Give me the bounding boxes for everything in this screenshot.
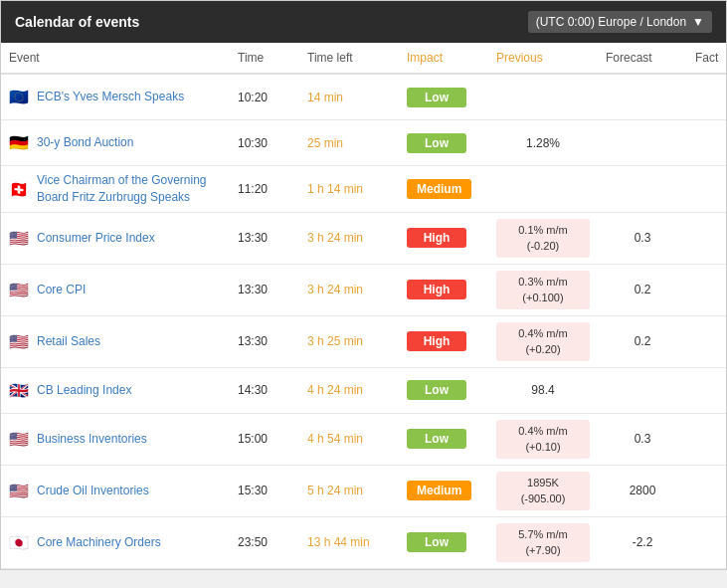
previous-value: 0.3% m/m(+0.100) <box>496 271 590 309</box>
event-label: 30-y Bond Auction <box>37 134 133 151</box>
calendar-title: Calendar of events <box>15 14 139 30</box>
event-impact: High <box>399 331 488 351</box>
impact-badge: Low <box>407 429 466 449</box>
event-forecast: 0.2 <box>598 283 687 296</box>
impact-badge: High <box>407 331 466 351</box>
previous-value: 5.7% m/m(+7.90) <box>496 523 590 562</box>
impact-badge: Medium <box>407 481 471 500</box>
event-name[interactable]: 🇩🇪 30-y Bond Auction <box>1 134 230 151</box>
event-forecast: 0.3 <box>598 231 687 245</box>
calendar-header: Calendar of events (UTC 0:00) Europe / L… <box>1 1 726 43</box>
event-label: Crude Oil Inventories <box>37 483 149 499</box>
event-previous: 0.3% m/m(+0.100) <box>488 271 598 309</box>
event-name[interactable]: 🇨🇭 Vice Chairman of the Governing Board … <box>1 172 230 206</box>
col-previous-header: Previous <box>488 51 598 65</box>
event-time: 13:30 <box>230 231 299 245</box>
event-forecast: 0.2 <box>598 334 687 348</box>
events-table: 🇪🇺 ECB's Yves Mersch Speaks 10:20 14 min… <box>1 75 726 569</box>
us-flag: 🇺🇸 <box>9 283 29 296</box>
impact-badge: High <box>407 280 466 299</box>
event-name[interactable]: 🇺🇸 Core CPI <box>1 282 230 298</box>
event-time: 13:30 <box>230 334 299 348</box>
col-fact-header: Fact <box>687 51 727 65</box>
event-previous: 0.4% m/m(+0.10) <box>488 420 598 459</box>
table-row: 🇺🇸 Retail Sales 13:30 3 h 25 min High 0.… <box>1 316 726 368</box>
event-name[interactable]: 🇺🇸 Retail Sales <box>1 333 230 350</box>
col-event-header: Event <box>1 51 230 65</box>
event-time: 23:50 <box>230 535 299 549</box>
event-timeleft: 13 h 44 min <box>299 535 399 549</box>
event-name[interactable]: 🇺🇸 Business Inventories <box>1 431 230 448</box>
event-time: 14:30 <box>230 383 299 397</box>
previous-value: 0.4% m/m(+0.10) <box>496 420 590 459</box>
event-forecast: -2.2 <box>598 535 687 549</box>
event-forecast: 0.3 <box>598 432 687 446</box>
table-row: 🇺🇸 Crude Oil Inventories 15:30 5 h 24 mi… <box>1 466 726 517</box>
event-forecast: 2800 <box>598 484 687 497</box>
event-impact: Low <box>399 429 488 449</box>
event-label: Core Machinery Orders <box>37 534 161 551</box>
event-timeleft: 4 h 24 min <box>299 383 399 397</box>
impact-badge: Low <box>407 380 466 400</box>
event-label: Consumer Price Index <box>37 230 155 247</box>
calendar-container: Calendar of events (UTC 0:00) Europe / L… <box>0 0 727 570</box>
table-header: Event Time Time left Impact Previous For… <box>1 43 726 75</box>
col-impact-header: Impact <box>399 51 488 65</box>
event-timeleft: 14 min <box>299 91 399 104</box>
col-forecast-header: Forecast <box>598 51 687 65</box>
event-previous: 1895K(-905.00) <box>488 472 598 510</box>
previous-value: 1.28% <box>526 136 560 150</box>
event-previous: 98.4 <box>488 383 598 397</box>
event-name[interactable]: 🇺🇸 Crude Oil Inventories <box>1 483 230 499</box>
event-impact: Medium <box>399 179 488 199</box>
impact-badge: Medium <box>407 179 471 199</box>
event-impact: High <box>399 228 488 248</box>
table-row: 🇩🇪 30-y Bond Auction 10:30 25 min Low 1.… <box>1 120 726 166</box>
event-timeleft: 5 h 24 min <box>299 484 399 497</box>
col-time-header: Time <box>230 51 299 65</box>
event-label: Vice Chairman of the Governing Board Fri… <box>37 172 222 206</box>
de-flag: 🇩🇪 <box>9 135 29 149</box>
event-previous: 0.1% m/m(-0.20) <box>488 219 598 258</box>
event-label: ECB's Yves Mersch Speaks <box>37 89 184 105</box>
table-row: 🇯🇵 Core Machinery Orders 23:50 13 h 44 m… <box>1 517 726 569</box>
event-impact: Low <box>399 133 488 153</box>
chevron-down-icon: ▼ <box>692 15 704 29</box>
event-timeleft: 1 h 14 min <box>299 182 399 196</box>
event-name[interactable]: 🇺🇸 Consumer Price Index <box>1 230 230 247</box>
us-flag: 🇺🇸 <box>9 334 29 348</box>
us-flag: 🇺🇸 <box>9 484 29 497</box>
table-row: 🇺🇸 Business Inventories 15:00 4 h 54 min… <box>1 414 726 466</box>
event-previous: 5.7% m/m(+7.90) <box>488 523 598 562</box>
previous-value: 0.4% m/m(+0.20) <box>496 322 590 361</box>
impact-badge: High <box>407 228 466 248</box>
table-row: 🇪🇺 ECB's Yves Mersch Speaks 10:20 14 min… <box>1 75 726 120</box>
event-impact: Medium <box>399 481 488 500</box>
event-time: 10:30 <box>230 136 299 150</box>
event-time: 15:30 <box>230 484 299 497</box>
event-timeleft: 4 h 54 min <box>299 432 399 446</box>
impact-badge: Low <box>407 532 466 552</box>
table-row: 🇺🇸 Consumer Price Index 13:30 3 h 24 min… <box>1 213 726 265</box>
event-name[interactable]: 🇯🇵 Core Machinery Orders <box>1 534 230 551</box>
eu-flag: 🇪🇺 <box>9 90 29 103</box>
table-row: 🇬🇧 CB Leading Index 14:30 4 h 24 min Low… <box>1 368 726 414</box>
event-timeleft: 3 h 24 min <box>299 231 399 245</box>
previous-value: 0.1% m/m(-0.20) <box>496 219 590 258</box>
event-name[interactable]: 🇬🇧 CB Leading Index <box>1 382 230 399</box>
event-impact: Low <box>399 532 488 552</box>
col-timeleft-header: Time left <box>299 51 399 65</box>
event-label: Core CPI <box>37 282 86 298</box>
event-name[interactable]: 🇪🇺 ECB's Yves Mersch Speaks <box>1 89 230 105</box>
ch-flag: 🇨🇭 <box>9 182 29 196</box>
event-timeleft: 3 h 24 min <box>299 283 399 296</box>
event-time: 13:30 <box>230 283 299 296</box>
jp-flag: 🇯🇵 <box>9 535 29 549</box>
event-previous: 0.4% m/m(+0.20) <box>488 322 598 361</box>
event-time: 15:00 <box>230 432 299 446</box>
table-row: 🇺🇸 Core CPI 13:30 3 h 24 min High 0.3% m… <box>1 265 726 316</box>
event-time: 11:20 <box>230 182 299 196</box>
event-previous: 1.28% <box>488 136 598 150</box>
timezone-selector[interactable]: (UTC 0:00) Europe / London ▼ <box>528 11 712 33</box>
event-impact: Low <box>399 88 488 107</box>
